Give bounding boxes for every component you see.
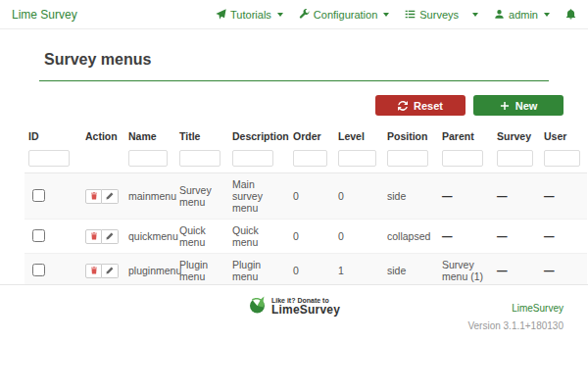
donate-text: Like it? Donate to LimeSurvey — [271, 297, 340, 318]
nav-admin[interactable]: admin — [494, 9, 550, 21]
column-header-user[interactable]: User — [540, 125, 587, 147]
refresh-icon — [398, 101, 408, 111]
cell-position: collapsed — [383, 220, 438, 254]
page-footer: Like it? Donate to LimeSurvey LimeSurvey… — [0, 284, 588, 392]
cell-level: 1 — [334, 254, 383, 288]
table-row-quickmenu[interactable]: quickmenu Quick menu Quick menu 0 0 coll… — [24, 220, 587, 254]
filter-position-input[interactable] — [387, 150, 428, 167]
pencil-icon — [106, 232, 114, 240]
trash-icon — [90, 232, 98, 240]
toolbar: Reset New — [24, 81, 564, 125]
column-header-id[interactable]: ID — [24, 125, 81, 147]
filter-id-input[interactable] — [28, 150, 70, 167]
cell-title: Quick menu — [175, 220, 228, 254]
survey-menus-table: ID Action Name Title Description Order L… — [24, 125, 587, 288]
table-row-pluginmenu[interactable]: pluginmenu Plugin menu Plugin menu 0 1 s… — [24, 254, 587, 288]
nav-admin-label: admin — [509, 9, 538, 21]
filter-parent-input[interactable] — [442, 150, 483, 167]
wrench-icon — [299, 9, 310, 20]
cell-survey: — — [493, 254, 540, 288]
pencil-icon — [106, 192, 114, 200]
user-icon — [494, 9, 505, 20]
row-actions — [85, 264, 119, 278]
nav-tutorials-label: Tutorials — [230, 9, 271, 21]
list-icon — [405, 9, 416, 20]
filter-title-input[interactable] — [179, 150, 220, 167]
paper-plane-icon — [216, 9, 226, 20]
cell-survey: — — [493, 173, 540, 220]
plus-icon — [500, 101, 510, 111]
table-filter-row — [24, 147, 587, 173]
cell-description: Plugin menu — [228, 254, 289, 288]
cell-title: Survey menu — [175, 173, 228, 220]
page-title: Survey menus — [44, 51, 544, 69]
cell-name: mainmenu — [124, 173, 175, 220]
trash-icon — [90, 267, 98, 274]
caret-down-icon[interactable] — [472, 13, 478, 17]
donate-link[interactable]: Like it? Donate to LimeSurvey — [248, 295, 340, 318]
nav-configuration[interactable]: Configuration — [299, 9, 389, 21]
cell-user: — — [540, 254, 587, 288]
cell-position: side — [383, 254, 438, 288]
column-header-name[interactable]: Name — [124, 125, 175, 147]
delete-button[interactable] — [85, 229, 102, 244]
navbar-menu: Tutorials Configuration Surveys admin — [216, 9, 576, 21]
trash-icon — [90, 192, 98, 200]
table-row-mainmenu[interactable]: mainmenu Survey menu Main survey menu 0 … — [24, 173, 587, 220]
new-button-label: New — [515, 100, 538, 112]
nav-surveys-label: Surveys — [419, 9, 459, 21]
nav-notifications[interactable] — [565, 9, 576, 20]
donate-line2: LimeSurvey — [271, 304, 340, 317]
delete-button[interactable] — [85, 264, 102, 278]
cell-level: 0 — [334, 173, 383, 220]
row-actions — [85, 189, 119, 204]
cell-name: quickmenu — [124, 220, 175, 254]
cell-title: Plugin menu — [175, 254, 228, 288]
column-header-description[interactable]: Description — [228, 125, 289, 147]
cell-description: Main survey menu — [228, 173, 289, 220]
delete-button[interactable] — [85, 189, 102, 204]
cell-parent: — — [438, 220, 493, 254]
cell-level: 0 — [334, 220, 383, 254]
new-button[interactable]: New — [473, 95, 564, 116]
table-header-row: ID Action Name Title Description Order L… — [24, 125, 587, 147]
row-checkbox[interactable] — [32, 189, 45, 202]
edit-button[interactable] — [102, 229, 119, 244]
page-header: Survey menus — [39, 29, 549, 81]
pencil-icon — [106, 267, 114, 274]
column-header-order[interactable]: Order — [289, 125, 334, 147]
cell-parent: Survey menu (1) — [438, 254, 493, 288]
bell-icon — [565, 9, 576, 20]
filter-survey-input[interactable] — [497, 150, 533, 167]
caret-down-icon — [277, 13, 283, 17]
cell-name: pluginmenu — [124, 254, 175, 288]
filter-order-input[interactable] — [293, 150, 327, 167]
edit-button[interactable] — [102, 189, 119, 204]
nav-surveys[interactable]: Surveys — [405, 9, 478, 21]
cell-order: 0 — [289, 220, 334, 254]
reset-button[interactable]: Reset — [375, 95, 466, 116]
cell-user: — — [540, 173, 587, 220]
top-navbar: Lime Survey Tutorials Configuration Surv… — [0, 0, 588, 29]
brand-logo[interactable]: Lime Survey — [12, 8, 77, 22]
filter-level-input[interactable] — [338, 150, 376, 167]
row-actions — [85, 229, 119, 244]
row-checkbox[interactable] — [32, 229, 45, 242]
filter-user-input[interactable] — [544, 150, 580, 167]
nav-tutorials[interactable]: Tutorials — [216, 9, 283, 21]
column-header-survey[interactable]: Survey — [493, 125, 540, 147]
filter-description-input[interactable] — [232, 150, 273, 167]
filter-name-input[interactable] — [128, 150, 168, 167]
cell-survey: — — [493, 220, 540, 254]
edit-button[interactable] — [102, 264, 119, 278]
column-header-parent[interactable]: Parent — [438, 125, 493, 147]
row-checkbox[interactable] — [32, 264, 45, 276]
caret-down-icon — [383, 13, 389, 17]
limesurvey-link[interactable]: LimeSurvey — [512, 303, 564, 314]
cell-description: Quick menu — [228, 220, 289, 254]
column-header-title[interactable]: Title — [175, 125, 228, 147]
column-header-position[interactable]: Position — [383, 125, 438, 147]
column-header-action: Action — [81, 125, 124, 147]
cell-parent: — — [438, 173, 493, 220]
column-header-level[interactable]: Level — [334, 125, 383, 147]
